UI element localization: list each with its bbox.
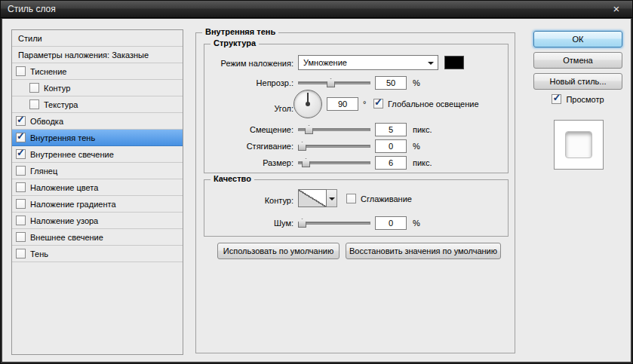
style-row-label: Тень xyxy=(30,249,48,258)
antialias-checkbox[interactable] xyxy=(346,194,356,203)
preview-checkbox[interactable]: ✓ xyxy=(552,94,561,104)
new-style-button[interactable]: Новый стиль... xyxy=(533,73,622,90)
style-row-label: Текстура xyxy=(44,100,78,109)
style-checkbox[interactable]: ✓ xyxy=(16,133,26,142)
style-checkbox[interactable]: ✓ xyxy=(16,116,26,126)
make-default-button[interactable]: Использовать по умолчанию xyxy=(217,243,340,259)
global-light-label: Глобальное освещение xyxy=(388,99,479,109)
title-bar[interactable]: Стиль слоя × xyxy=(1,1,632,18)
style-row-texture[interactable]: Текстура xyxy=(12,96,183,113)
size-unit: пикс. xyxy=(413,156,432,170)
style-row-bevel-emboss[interactable]: Тиснение xyxy=(12,63,183,80)
check-icon: ✓ xyxy=(374,96,383,108)
close-icon: × xyxy=(613,2,620,15)
antialias-label: Сглаживание xyxy=(361,194,412,203)
ok-button[interactable]: ОК xyxy=(533,31,622,47)
distance-input[interactable] xyxy=(375,123,407,136)
preview-label: Просмотр xyxy=(566,95,604,104)
cancel-button[interactable]: Отмена xyxy=(533,52,622,69)
style-checkbox[interactable] xyxy=(16,199,26,209)
opacity-input[interactable] xyxy=(375,76,407,90)
style-row-pattern-overlay[interactable]: Наложение узора xyxy=(12,213,183,229)
dialog-body: Стили Параметры наложения: Заказные Тисн… xyxy=(2,19,631,362)
quality-section: Качество Контур: Сглаживание Шум: % xyxy=(204,179,509,237)
noise-slider[interactable] xyxy=(298,218,370,228)
noise-label: Шум: xyxy=(204,216,293,230)
close-button[interactable]: × xyxy=(605,2,628,16)
angle-label: Угол: xyxy=(204,102,293,115)
size-label: Размер: xyxy=(204,156,293,170)
blending-options-label: Параметры наложения: Заказные xyxy=(18,50,149,60)
style-row-label: Внутренняя тень xyxy=(30,133,95,142)
contour-dropdown-button[interactable] xyxy=(327,189,337,207)
noise-slider-track[interactable] xyxy=(298,222,370,225)
opacity-label: Непрозр.: xyxy=(204,76,293,90)
distance-slider-thumb[interactable] xyxy=(305,125,313,134)
style-checkbox[interactable] xyxy=(16,232,26,242)
structure-title: Структура xyxy=(210,38,259,47)
style-row-inner-shadow[interactable]: ✓ Внутренняя тень xyxy=(12,130,183,146)
style-row-gradient-overlay[interactable]: Наложение градиента xyxy=(12,196,183,213)
quality-title: Качество xyxy=(210,174,254,183)
noise-slider-thumb[interactable] xyxy=(298,219,306,228)
angle-dial[interactable] xyxy=(293,90,322,118)
check-icon: ✓ xyxy=(17,114,25,125)
check-icon: ✓ xyxy=(17,147,25,158)
style-checkbox[interactable] xyxy=(29,99,39,109)
style-row-inner-glow[interactable]: ✓ Внутреннее свечение xyxy=(12,146,183,163)
style-preview-sample xyxy=(565,131,592,158)
effect-group-title: Внутренняя тень xyxy=(202,27,278,36)
choke-input[interactable] xyxy=(375,139,407,153)
style-row-label: Наложение узора xyxy=(30,216,98,225)
style-checkbox[interactable] xyxy=(16,182,26,192)
opacity-slider[interactable] xyxy=(298,78,370,88)
reset-default-button[interactable]: Восстановить значения по умолчанию xyxy=(346,243,501,259)
opacity-slider-thumb[interactable] xyxy=(327,78,335,87)
blend-mode-select[interactable]: Умножение xyxy=(298,55,438,70)
global-light-option[interactable]: ✓ Глобальное освещение xyxy=(373,99,479,109)
style-row-contour[interactable]: Контур xyxy=(12,80,183,96)
style-row-stroke[interactable]: ✓ Обводка xyxy=(12,113,183,130)
style-checkbox[interactable] xyxy=(16,216,26,225)
styles-panel: Стили Параметры наложения: Заказные Тисн… xyxy=(11,29,183,355)
style-checkbox[interactable] xyxy=(16,166,26,176)
style-row-outer-glow[interactable]: Внешнее свечение xyxy=(12,229,183,246)
angle-unit: ° xyxy=(363,97,366,111)
style-checkbox[interactable] xyxy=(29,83,39,93)
styles-header-label: Стили xyxy=(18,34,42,43)
antialias-option[interactable]: Сглаживание xyxy=(346,194,412,203)
check-icon: ✓ xyxy=(552,92,561,103)
size-slider-thumb[interactable] xyxy=(302,158,310,167)
choke-slider[interactable] xyxy=(298,141,370,151)
blend-mode-label: Режим наложения: xyxy=(204,57,293,70)
style-row-label: Наложение градиента xyxy=(30,200,116,209)
choke-label: Стягивание: xyxy=(204,139,293,153)
global-light-checkbox[interactable]: ✓ xyxy=(373,99,383,109)
choke-slider-track[interactable] xyxy=(298,145,370,148)
style-row-satin[interactable]: Глянец xyxy=(12,163,183,179)
style-row-label: Наложение цвета xyxy=(30,183,98,192)
contour-label: Контур: xyxy=(204,194,293,207)
shadow-color-swatch[interactable] xyxy=(444,56,464,69)
size-slider[interactable] xyxy=(298,158,370,168)
chevron-down-icon xyxy=(428,62,434,65)
noise-input[interactable] xyxy=(375,216,407,230)
noise-unit: % xyxy=(413,216,420,230)
distance-slider[interactable] xyxy=(298,124,370,135)
angle-input[interactable] xyxy=(327,97,358,111)
styles-header-row[interactable]: Стили xyxy=(12,30,183,47)
style-checkbox[interactable]: ✓ xyxy=(16,149,26,159)
layer-style-dialog: Стиль слоя × Стили Параметры наложения: … xyxy=(0,0,633,364)
preview-option[interactable]: ✓ Просмотр xyxy=(533,94,622,104)
style-checkbox[interactable] xyxy=(16,249,26,258)
contour-picker[interactable] xyxy=(298,189,327,207)
window-title: Стиль слоя xyxy=(8,1,56,18)
opacity-unit: % xyxy=(413,76,420,90)
style-checkbox[interactable] xyxy=(16,66,26,76)
style-row-color-overlay[interactable]: Наложение цвета xyxy=(12,179,183,196)
size-input[interactable] xyxy=(375,156,407,170)
choke-slider-thumb[interactable] xyxy=(298,142,306,151)
style-preview-thumbnail xyxy=(554,120,604,170)
blending-options-row[interactable]: Параметры наложения: Заказные xyxy=(12,47,183,63)
style-row-drop-shadow[interactable]: Тень xyxy=(12,246,183,262)
